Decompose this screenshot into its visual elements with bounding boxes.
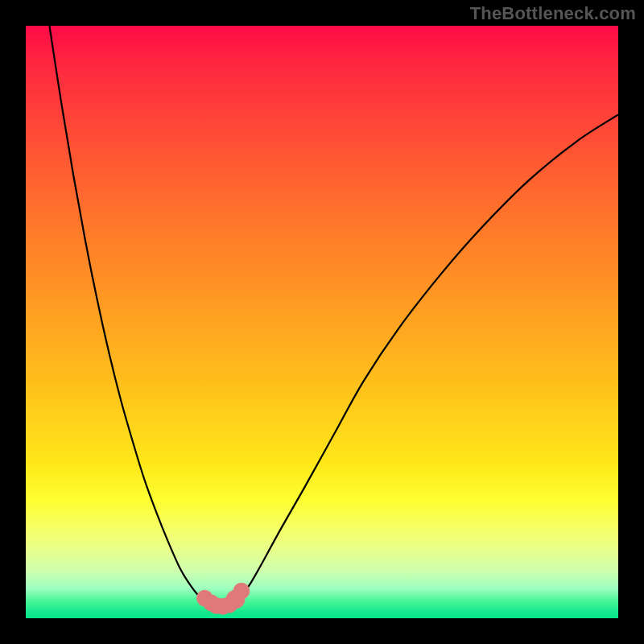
chart-frame: TheBottleneck.com [0,0,644,644]
curve-layer [26,26,618,618]
left-curve [49,26,209,601]
marker-group [196,583,250,615]
watermark-text: TheBottleneck.com [470,3,636,24]
plot-area [26,26,618,618]
data-marker [233,583,250,600]
right-curve [233,114,618,601]
